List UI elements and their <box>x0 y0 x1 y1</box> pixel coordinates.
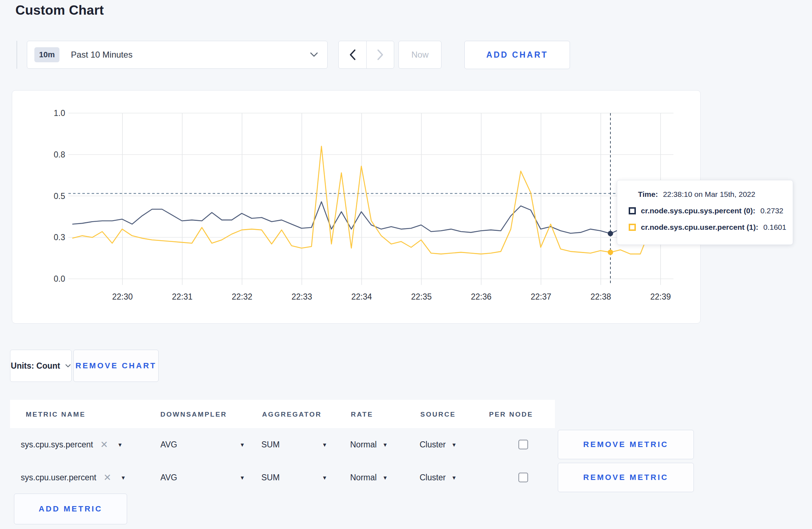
downsampler-value: AVG <box>160 473 177 482</box>
time-range-label: Past 10 Minutes <box>71 50 310 60</box>
metric-table-row: sys.cpu.user.percent ✕ ▼ AVG ▼ SUM ▼ Nor… <box>10 461 701 494</box>
tooltip-series-value: 0.1601 <box>763 223 786 232</box>
remove-metric-button[interactable]: REMOVE METRIC <box>558 430 694 459</box>
svg-text:22:35: 22:35 <box>411 292 432 301</box>
rate-select[interactable]: Normal ▼ <box>350 440 388 450</box>
chevron-left-icon <box>349 49 356 60</box>
rate-value: Normal <box>350 440 377 450</box>
caret-down-icon: ▼ <box>240 442 245 447</box>
tooltip-series-row: cr.node.sys.cpu.sys.percent (0): 0.2732 <box>629 207 784 215</box>
now-button[interactable]: Now <box>398 41 441 69</box>
clear-metric-icon[interactable]: ✕ <box>103 472 111 483</box>
per-node-checkbox[interactable] <box>518 440 528 450</box>
svg-text:22:36: 22:36 <box>471 292 492 301</box>
col-header-downsampler: DOWNSAMPLER <box>160 411 227 418</box>
remove-chart-button[interactable]: REMOVE CHART <box>73 350 159 382</box>
next-time-button[interactable] <box>366 41 394 68</box>
metric-name-select[interactable]: sys.cpu.sys.percent ✕ ▼ <box>21 439 123 450</box>
svg-text:22:34: 22:34 <box>351 292 372 301</box>
svg-text:0.8: 0.8 <box>54 150 65 159</box>
units-label: Units: Count <box>11 361 60 371</box>
svg-text:0.3: 0.3 <box>54 233 65 242</box>
tooltip-series-label: cr.node.sys.cpu.user.percent (1): <box>641 223 758 232</box>
metric-name-value: sys.cpu.user.percent <box>21 473 96 482</box>
caret-down-icon: ▼ <box>382 475 388 480</box>
chart-card: 0.00.30.50.81.022:3022:3122:3222:3322:34… <box>12 90 701 324</box>
downsampler-select[interactable]: AVG ▼ <box>160 473 245 482</box>
col-header-rate: RATE <box>351 411 373 418</box>
source-value: Cluster <box>420 440 446 450</box>
prev-time-button[interactable] <box>339 41 366 68</box>
series-swatch-icon <box>629 207 636 214</box>
svg-text:0.0: 0.0 <box>54 274 65 283</box>
caret-down-icon: ▼ <box>121 475 126 480</box>
aggregator-select[interactable]: SUM ▼ <box>261 440 327 450</box>
chevron-down-icon <box>310 52 318 57</box>
add-chart-button[interactable]: ADD CHART <box>464 41 570 69</box>
page-title: Custom Chart <box>15 3 104 18</box>
chart-tooltip: Time: 22:38:10 on Mar 15th, 2022 cr.node… <box>617 180 793 245</box>
downsampler-select[interactable]: AVG ▼ <box>160 440 245 450</box>
caret-down-icon: ▼ <box>322 442 327 447</box>
per-node-checkbox[interactable] <box>518 473 528 482</box>
svg-text:22:32: 22:32 <box>232 292 252 301</box>
series-swatch-icon <box>629 224 636 231</box>
aggregator-value: SUM <box>261 473 280 482</box>
col-header-aggregator: AGGREGATOR <box>262 411 322 418</box>
toolbar-divider <box>16 41 17 69</box>
rate-value: Normal <box>350 473 377 482</box>
svg-text:1.0: 1.0 <box>54 108 65 118</box>
time-range-dropdown[interactable]: 10m Past 10 Minutes <box>27 41 328 69</box>
svg-text:22:38: 22:38 <box>590 292 611 301</box>
source-select[interactable]: Cluster ▼ <box>420 440 457 450</box>
tooltip-series-value: 0.2732 <box>760 207 783 215</box>
col-header-per-node: PER NODE <box>489 411 533 418</box>
svg-text:22:37: 22:37 <box>531 292 551 301</box>
units-dropdown[interactable]: Units: Count <box>10 350 72 382</box>
source-select[interactable]: Cluster ▼ <box>420 473 457 482</box>
svg-text:22:30: 22:30 <box>112 292 133 301</box>
time-pager <box>338 41 394 69</box>
add-metric-button[interactable]: ADD METRIC <box>14 494 127 524</box>
col-header-source: SOURCE <box>420 411 456 418</box>
aggregator-select[interactable]: SUM ▼ <box>261 473 327 482</box>
svg-text:0.5: 0.5 <box>54 191 65 201</box>
metric-table-row: sys.cpu.sys.percent ✕ ▼ AVG ▼ SUM ▼ Norm… <box>10 428 701 461</box>
source-value: Cluster <box>420 473 446 482</box>
timeseries-chart[interactable]: 0.00.30.50.81.022:3022:3122:3222:3322:34… <box>12 91 700 323</box>
col-header-metric-name: METRIC NAME <box>26 411 86 418</box>
caret-down-icon: ▼ <box>451 442 457 447</box>
tooltip-time-value: 22:38:10 on Mar 15th, 2022 <box>663 190 755 199</box>
metric-name-select[interactable]: sys.cpu.user.percent ✕ ▼ <box>21 472 126 483</box>
clear-metric-icon[interactable]: ✕ <box>100 439 108 450</box>
tooltip-series-label: cr.node.sys.cpu.sys.percent (0): <box>641 207 755 215</box>
caret-down-icon: ▼ <box>117 442 123 447</box>
time-range-badge: 10m <box>34 47 59 62</box>
downsampler-value: AVG <box>160 440 177 450</box>
caret-down-icon: ▼ <box>322 475 327 480</box>
aggregator-value: SUM <box>261 440 280 450</box>
caret-down-icon: ▼ <box>240 475 245 480</box>
metric-name-value: sys.cpu.sys.percent <box>21 440 93 450</box>
svg-text:22:31: 22:31 <box>172 292 193 301</box>
tooltip-series-row: cr.node.sys.cpu.user.percent (1): 0.1601 <box>629 223 784 232</box>
chevron-down-icon <box>65 364 71 368</box>
remove-metric-button[interactable]: REMOVE METRIC <box>558 463 694 492</box>
caret-down-icon: ▼ <box>451 475 457 480</box>
tooltip-time-label: Time: <box>638 190 658 199</box>
svg-text:22:33: 22:33 <box>291 292 312 301</box>
rate-select[interactable]: Normal ▼ <box>350 473 388 482</box>
caret-down-icon: ▼ <box>382 442 388 447</box>
chevron-right-icon <box>377 49 383 60</box>
svg-text:22:39: 22:39 <box>650 292 671 301</box>
